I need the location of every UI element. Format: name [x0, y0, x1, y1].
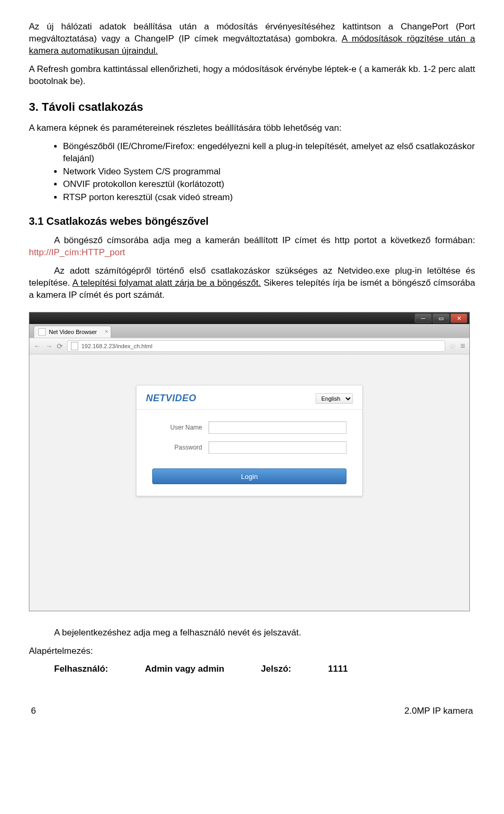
paragraph-1: Az új hálózati adatok beállítása után a … [29, 21, 475, 57]
login-panel: NETVIDEO English User Name Password [136, 385, 363, 496]
text-underline: A telepítési folyamat alatt zárja be a b… [72, 278, 261, 288]
url-text: 192.168.2.23/index_ch.html [81, 343, 152, 349]
page-footer: 6 2.0MP IP kamera [29, 706, 475, 716]
username-input[interactable] [208, 421, 346, 434]
text: A böngésző címsorába adja meg a kamerán … [54, 235, 475, 245]
username-label: User Name [152, 424, 208, 431]
reload-icon[interactable]: ⟳ [57, 342, 63, 350]
address-bar: ← → ⟳ 192.168.2.23/index_ch.html ☆ ≡ [29, 338, 469, 354]
creds-pass-value: 1111 [328, 664, 348, 674]
back-icon[interactable]: ← [34, 342, 41, 350]
brand-logo: NETVIDEO [146, 393, 196, 404]
page-icon [38, 328, 46, 336]
language-select[interactable]: English [316, 393, 353, 404]
tab-bar: Net Video Browser × [29, 324, 469, 338]
bookmark-icon[interactable]: ☆ [449, 342, 456, 350]
creds-user-label: Felhasználó: [54, 664, 108, 674]
minimize-button[interactable]: ─ [415, 314, 432, 323]
paragraph-3: A kamera képnek és paramétereinek részle… [29, 122, 475, 134]
list-item: Network Video System C/S programmal [63, 166, 475, 178]
close-tab-icon[interactable]: × [105, 328, 108, 335]
url-example: http://IP_cím:HTTP_port [29, 247, 125, 257]
paragraph-2: A Refresh gombra kattintással ellenőrizh… [29, 64, 475, 88]
list-item: ONVIF protokollon keresztül (korlátozott… [63, 179, 475, 191]
paragraph-4: A böngésző címsorába adja meg a kamerán … [29, 235, 475, 259]
menu-icon[interactable]: ≡ [460, 341, 465, 351]
creds-user-value: Admin vagy admin [145, 664, 224, 674]
close-button[interactable]: ✕ [450, 314, 467, 323]
default-credentials: Felhasználó: Admin vagy admin Jelszó: 11… [29, 664, 475, 674]
heading-remote-connection: 3. Távoli csatlakozás [29, 100, 475, 114]
tab-title: Net Video Browser [49, 329, 97, 335]
heading-browser-connection: 3.1 Csatlakozás webes böngészővel [29, 215, 475, 227]
browser-screenshot: ─ ▭ ✕ Net Video Browser × ← → ⟳ 192.168.… [29, 312, 470, 611]
password-label: Password [152, 444, 208, 451]
browser-tab[interactable]: Net Video Browser × [34, 326, 111, 338]
list-item: Böngészőből (IE/Chrome/Firefox: engedély… [63, 141, 475, 165]
window-title-bar: ─ ▭ ✕ [29, 312, 469, 324]
maximize-button[interactable]: ▭ [433, 314, 449, 323]
page-viewport: NETVIDEO English User Name Password [29, 354, 469, 611]
doc-title: 2.0MP IP kamera [404, 706, 473, 716]
creds-pass-label: Jelszó: [261, 664, 291, 674]
password-input[interactable] [208, 441, 346, 454]
forward-icon[interactable]: → [45, 342, 52, 350]
paragraph-7: Alapértelmezés: [29, 645, 475, 658]
page-icon [71, 342, 78, 350]
options-list: Böngészőből (IE/Chrome/Firefox: engedély… [29, 141, 475, 204]
url-field[interactable]: 192.168.2.23/index_ch.html [67, 340, 445, 352]
list-item: RTSP porton keresztül (csak videó stream… [63, 192, 475, 204]
paragraph-5: Az adott számítógépről történő első csat… [29, 265, 475, 301]
login-button[interactable]: Login [152, 468, 346, 484]
paragraph-6: A bejelentkezéshez adja meg a felhasznál… [29, 627, 475, 639]
page-number: 6 [31, 706, 36, 716]
